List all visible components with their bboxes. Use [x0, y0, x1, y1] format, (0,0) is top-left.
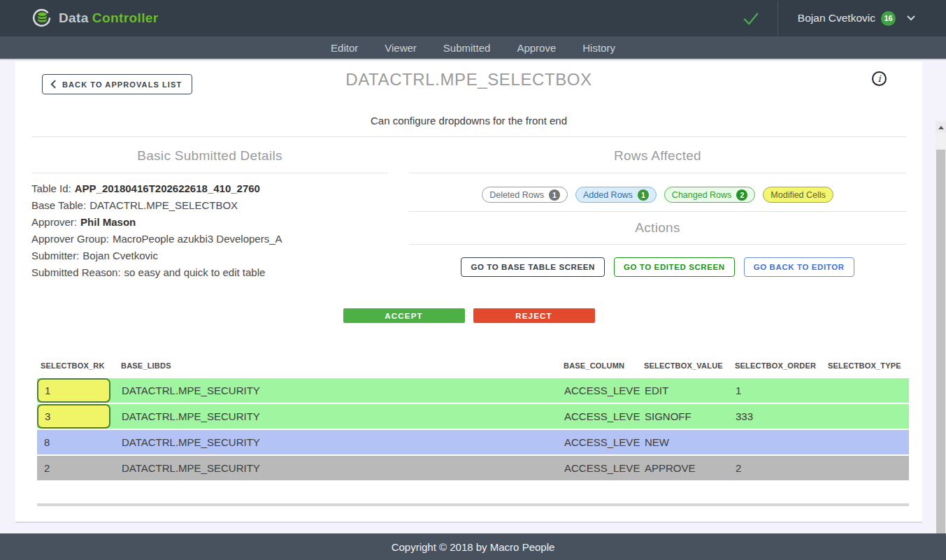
column-header-selectbox-value: SELECTBOX_VALUE [640, 361, 731, 370]
copyright-text: Copyright © 2018 by Macro People [392, 541, 555, 553]
column-header-selectbox-order: SELECTBOX_ORDER [731, 361, 824, 370]
approval-detail-card: BACK TO APPROVALS LIST DATACTRL.MPE_SELE… [15, 62, 922, 523]
chevron-down-icon [907, 15, 915, 21]
grid-cell: DATACTRL.MPE_SECURITY [117, 410, 560, 422]
grid-cell: DATACTRL.MPE_SECURITY [117, 436, 560, 448]
detail-submitter: Submitter:Bojan Cvetkovic [31, 247, 388, 264]
page-background: BACK TO APPROVALS LIST DATACTRL.MPE_SELE… [0, 60, 946, 533]
grid-cell: 8 [37, 436, 117, 448]
column-header-selectbox-rk: SELECTBOX_RK [37, 361, 117, 370]
scrollbar-up-button[interactable] [936, 122, 946, 133]
grid-cell: 2 [37, 462, 117, 474]
user-name: Bojan Cvetkovic [798, 12, 875, 24]
rows-affected-pills: Deleted Rows 1 Added Rows 1 Changed Rows… [409, 187, 906, 203]
page-footer: Copyright © 2018 by Macro People [0, 533, 946, 560]
status-checkmark-icon [741, 9, 761, 27]
grid-cell: 333 [731, 410, 824, 422]
database-logo-icon [32, 8, 52, 28]
scrollbar-thumb[interactable] [936, 150, 945, 560]
tab-history[interactable]: History [581, 42, 617, 54]
brand-name: DataController [59, 10, 159, 26]
detail-submitted-reason: Submitted Reason:so easy and quick to ed… [31, 264, 388, 281]
column-header-selectbox-type: SELECTBOX_TYPE [824, 361, 909, 370]
grid-row-changed[interactable]: 1 DATACTRL.MPE_SECURITY ACCESS_LEVEL EDI… [37, 378, 909, 403]
grid-cell: ACCESS_LEVEL [560, 462, 640, 474]
grid-cell: DATACTRL.MPE_SECURITY [117, 385, 560, 396]
divider [409, 211, 906, 212]
grid-cell: APPROVE [640, 462, 731, 474]
grid-cell: EDIT [640, 385, 731, 396]
decision-buttons: ACCEPT REJECT [31, 308, 906, 323]
grid-horizontal-scrollbar[interactable] [37, 503, 909, 506]
deleted-rows-pill[interactable]: Deleted Rows 1 [482, 187, 568, 203]
tab-viewer[interactable]: Viewer [383, 42, 418, 54]
basic-details-list: Table Id:APP_20180416T202622618_410_2760… [31, 180, 388, 281]
tab-approve[interactable]: Approve [515, 42, 557, 54]
added-rows-pill[interactable]: Added Rows 1 [575, 187, 657, 203]
modified-cells-pill[interactable]: Modified Cells [763, 187, 833, 203]
grid-cell: DATACTRL.MPE_SECURITY [117, 462, 560, 474]
user-menu[interactable]: Bojan Cvetkovic 16 [798, 11, 915, 26]
changed-rows-pill[interactable]: Changed Rows 2 [664, 187, 755, 203]
go-back-to-editor-button[interactable]: GO BACK TO EDITOR [744, 257, 854, 277]
header-divider [777, 1, 778, 35]
column-header-base-libds: BASE_LIBDS [117, 361, 560, 370]
go-to-base-table-screen-button[interactable]: GO TO BASE TABLE SCREEN [461, 257, 605, 277]
detail-table-id: Table Id:APP_20180416T202622618_410_2760 [31, 180, 388, 197]
grid-cell: ACCESS_LEVEL [560, 436, 640, 448]
main-nav: Editor Viewer Submitted Approve History [0, 36, 946, 60]
grid-cell: ACCESS_LEVEL [560, 410, 640, 422]
tab-submitted[interactable]: Submitted [442, 42, 492, 54]
grid-cell-modified: 3 [37, 404, 110, 429]
added-rows-count-badge: 1 [638, 189, 649, 201]
app-logo: DataController [32, 8, 159, 28]
grid-cell: 1 [731, 385, 824, 396]
detail-approver: Approver:Phil Mason [31, 214, 388, 231]
grid-header-row: SELECTBOX_RK BASE_LIBDS BASE_COLUMN SELE… [37, 361, 909, 378]
grid-row-changed[interactable]: 3 DATACTRL.MPE_SECURITY ACCESS_LEVEL SIG… [37, 404, 909, 429]
divider [409, 244, 906, 245]
basic-details-heading: Basic Submitted Details [31, 148, 388, 164]
accept-button[interactable]: ACCEPT [343, 308, 465, 323]
grid-row-added[interactable]: 8 DATACTRL.MPE_SECURITY ACCESS_LEVEL NEW [37, 430, 909, 454]
tab-editor[interactable]: Editor [329, 42, 359, 54]
changes-grid: SELECTBOX_RK BASE_LIBDS BASE_COLUMN SELE… [37, 361, 909, 506]
grid-cell-modified: 1 [37, 378, 110, 403]
grid-cell: NEW [640, 436, 731, 448]
chevron-left-icon [50, 79, 57, 89]
back-to-approvals-button[interactable]: BACK TO APPROVALS LIST [42, 74, 192, 94]
action-buttons: GO TO BASE TABLE SCREEN GO TO EDITED SCR… [409, 257, 906, 277]
app-header: DataController Bojan Cvetkovic 16 [0, 0, 946, 36]
grid-cell: SIGNOFF [640, 410, 731, 422]
notification-badge: 16 [881, 11, 896, 26]
deleted-rows-count-badge: 1 [549, 189, 560, 201]
table-description: Can configure dropdowns for the front en… [31, 115, 906, 127]
go-to-edited-screen-button[interactable]: GO TO EDITED SCREEN [614, 257, 735, 277]
column-header-base-column: BASE_COLUMN [560, 361, 640, 370]
grid-row-deleted[interactable]: 2 DATACTRL.MPE_SECURITY ACCESS_LEVEL APP… [37, 456, 909, 480]
page-scrollbar[interactable] [936, 120, 946, 560]
rows-affected-heading: Rows Affected [409, 148, 906, 164]
actions-heading: Actions [409, 220, 906, 236]
grid-cell: 2 [731, 462, 824, 474]
info-icon[interactable]: i [872, 71, 887, 86]
changed-rows-count-badge: 2 [736, 189, 747, 201]
divider [409, 173, 906, 173]
grid-cell: ACCESS_LEVEL [560, 385, 640, 396]
divider [31, 173, 388, 173]
reject-button[interactable]: REJECT [473, 308, 595, 323]
detail-approver-group: Approver Group:MacroPeople azukbi3 Devel… [31, 231, 388, 247]
detail-base-table: Base Table:DATACTRL.MPE_SELECTBOX [31, 197, 388, 214]
